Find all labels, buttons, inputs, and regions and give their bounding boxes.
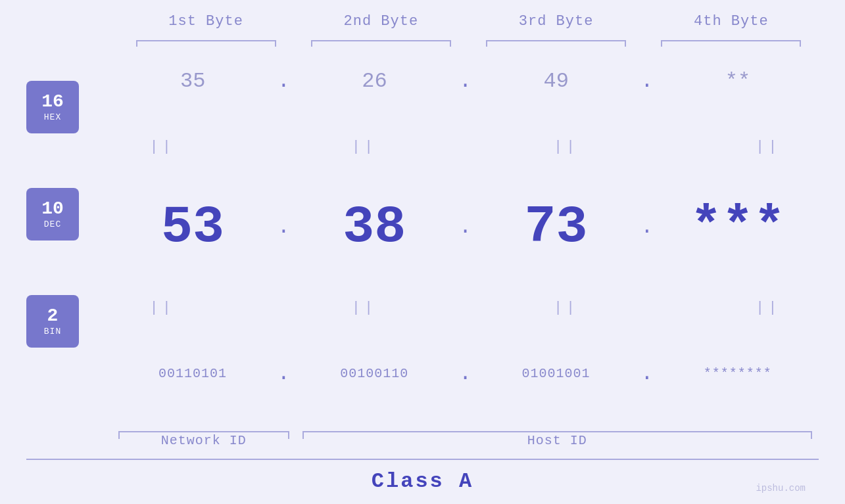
hex-row: 35 . 26 . 49 . ** <box>112 69 819 93</box>
dec-b4: *** <box>657 201 819 254</box>
bin-dot2: . <box>456 361 475 386</box>
dec-badge: 10 DEC <box>26 188 79 241</box>
bin-row: 00110101 . 00100110 . 01001001 . *******… <box>112 361 819 386</box>
bracket-container: Network ID Host ID <box>112 415 819 451</box>
hex-b2: 26 <box>293 69 455 93</box>
network-bracket-line <box>118 431 289 432</box>
hex-b4: ** <box>657 69 819 93</box>
dec-row: 53 . 38 . 73 . *** <box>112 201 819 254</box>
eq2-b3: || <box>516 300 617 316</box>
eq2-dot2 <box>415 300 516 316</box>
byte-header-4: 4th Byte <box>644 13 819 34</box>
byte-header-1: 1st Byte <box>118 13 293 34</box>
dec-b1: 53 <box>112 201 274 254</box>
eq2-dot1 <box>213 300 314 316</box>
dec-dot1: . <box>274 215 293 239</box>
byte-header-2: 2nd Byte <box>293 13 468 34</box>
eq1-b1: || <box>112 139 213 155</box>
bin-badge: 2 BIN <box>26 295 79 348</box>
equals-row-2: || || || || <box>112 298 819 317</box>
bin-b2: 00100110 <box>293 366 455 381</box>
hex-dot2: . <box>456 69 475 93</box>
host-id-label: Host ID <box>527 433 587 448</box>
content-area: 16 HEX 10 DEC 2 BIN 35 . 26 . 49 . ** <box>26 47 819 415</box>
hex-dot1: . <box>274 69 293 93</box>
dec-b2: 38 <box>293 201 455 254</box>
network-id-bracket: Network ID <box>112 415 296 451</box>
dec-badge-number: 10 <box>41 199 64 219</box>
watermark: ipshu.com <box>756 483 806 493</box>
bin-badge-number: 2 <box>47 306 59 327</box>
host-id-bracket: Host ID <box>296 415 819 451</box>
dec-badge-label: DEC <box>44 219 61 229</box>
hex-b3: 49 <box>475 69 637 93</box>
equals-row-1: || || || || <box>112 137 819 156</box>
hex-b1: 35 <box>112 69 274 93</box>
data-area: 35 . 26 . 49 . ** || || || || 53 <box>112 47 819 415</box>
eq1-dot3 <box>617 139 718 155</box>
class-area: Class A ipshu.com <box>26 459 819 497</box>
eq1-dot1 <box>213 139 314 155</box>
network-id-label: Network ID <box>161 433 247 448</box>
bin-b4: ******** <box>657 366 819 381</box>
eq1-b2: || <box>314 139 415 155</box>
main-container: 1st Byte 2nd Byte 3rd Byte 4th Byte 16 H… <box>0 0 845 504</box>
hex-badge-label: HEX <box>44 112 61 122</box>
eq2-b1: || <box>112 300 213 316</box>
byte-headers: 1st Byte 2nd Byte 3rd Byte 4th Byte <box>118 13 819 34</box>
eq2-dot3 <box>617 300 718 316</box>
eq1-b4: || <box>717 139 819 155</box>
hex-badge: 16 HEX <box>26 81 79 133</box>
hex-dot3: . <box>637 69 657 93</box>
bottom-section: Network ID Host ID <box>112 415 819 451</box>
eq2-b2: || <box>314 300 415 316</box>
dec-dot3: . <box>637 215 657 239</box>
eq2-b4: || <box>717 300 819 316</box>
eq1-b3: || <box>516 139 617 155</box>
bin-badge-label: BIN <box>44 327 61 336</box>
eq1-dot2 <box>415 139 516 155</box>
host-bracket-line <box>302 431 813 432</box>
bin-b1: 00110101 <box>112 366 274 381</box>
bin-dot3: . <box>637 361 657 386</box>
badges-column: 16 HEX 10 DEC 2 BIN <box>26 47 112 415</box>
dec-dot2: . <box>456 215 475 239</box>
byte-header-3: 3rd Byte <box>469 13 644 34</box>
bin-b3: 01001001 <box>475 366 637 381</box>
hex-badge-number: 16 <box>41 92 64 112</box>
dec-b3: 73 <box>475 201 637 254</box>
class-label: Class A <box>372 469 473 493</box>
bin-dot1: . <box>274 361 293 386</box>
